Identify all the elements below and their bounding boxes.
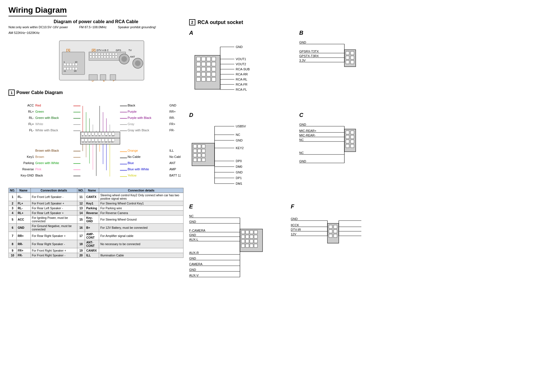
svg-rect-24 <box>93 53 95 55</box>
svg-text:F-CAMERA: F-CAMERA <box>189 229 206 232</box>
svg-rect-186 <box>196 72 200 76</box>
svg-rect-105 <box>98 139 101 141</box>
table-detail-right: For Parking wire <box>99 206 183 211</box>
svg-rect-323 <box>334 230 337 233</box>
svg-rect-86 <box>105 132 108 135</box>
table-name-right: ILL <box>85 253 99 258</box>
svg-rect-260 <box>346 131 349 134</box>
svg-text:Gray with Black: Gray with Black <box>128 129 149 132</box>
svg-text:GPSRX-T3TX: GPSRX-T3TX <box>299 50 319 53</box>
svg-rect-292 <box>250 239 253 243</box>
note-fm: FM 87.5~108.0MHz <box>79 25 107 29</box>
svg-text:GND: GND <box>299 41 306 44</box>
svg-rect-212 <box>346 51 349 55</box>
svg-rect-35 <box>95 56 97 58</box>
svg-rect-42 <box>115 56 117 58</box>
right-panel: 2 RCA output socket A <box>189 19 361 292</box>
svg-rect-239 <box>202 158 205 162</box>
svg-text:Brown: Brown <box>35 155 44 158</box>
svg-rect-13 <box>67 67 69 70</box>
svg-rect-266 <box>346 144 349 148</box>
svg-rect-286 <box>241 235 245 238</box>
connector-f-label: F <box>291 203 361 210</box>
svg-rect-296 <box>250 244 253 247</box>
svg-rect-293 <box>254 239 257 243</box>
svg-rect-231 <box>193 149 197 153</box>
table-no-left: 6 <box>9 224 17 232</box>
svg-text:ACC: ACC <box>27 104 34 107</box>
col-name-2: Name <box>85 188 99 193</box>
svg-text:NC: NC <box>299 138 304 141</box>
connector-d-svg: USB5V NC GND KEY2 DP0 DM0 GND <box>189 121 279 194</box>
table-name-left: RL+ <box>16 211 30 215</box>
svg-text:Key-GND: Key-GND <box>21 174 34 177</box>
svg-rect-287 <box>246 235 249 238</box>
page-title: Wiring Diagram <box>8 6 67 16</box>
svg-rect-288 <box>250 235 253 238</box>
svg-text:RCA-RL: RCA-RL <box>236 78 247 81</box>
table-name-right: CANRX <box>85 248 99 253</box>
svg-rect-217 <box>351 60 354 64</box>
svg-rect-109 <box>112 139 115 141</box>
connector-e-label: E <box>189 203 279 210</box>
svg-rect-33 <box>90 56 92 58</box>
table-no-right: 11 <box>77 193 85 201</box>
svg-rect-187 <box>202 72 206 76</box>
connector-b-label: B <box>299 30 361 36</box>
svg-rect-214 <box>346 56 349 59</box>
table-no-right: 19 <box>77 248 85 253</box>
table-name-left: GND <box>16 224 30 232</box>
svg-rect-289 <box>254 235 257 238</box>
svg-rect-185 <box>212 67 216 71</box>
svg-text:DTV-IR: DTV-IR <box>291 228 301 231</box>
svg-text:GND: GND <box>299 160 306 163</box>
svg-rect-261 <box>351 131 354 134</box>
svg-text:VOUT2: VOUT2 <box>236 62 246 66</box>
svg-rect-175 <box>202 57 206 61</box>
col-name-1: Name <box>16 188 30 193</box>
svg-rect-14 <box>69 67 72 70</box>
svg-text:Yellow: Yellow <box>128 174 136 177</box>
device-diagram: [1] 110 1120 [2] DTV A B C GPS TV <box>42 35 150 86</box>
svg-rect-180 <box>207 62 211 66</box>
svg-rect-16 <box>75 67 77 70</box>
table-name-right: Parking <box>85 206 99 211</box>
table-name-left: FL- <box>16 193 30 201</box>
svg-text:ILL: ILL <box>169 149 174 152</box>
svg-rect-191 <box>202 77 206 81</box>
svg-rect-108 <box>108 139 111 141</box>
svg-text:GND: GND <box>169 104 176 107</box>
table-no-right: 18 <box>77 240 85 248</box>
svg-rect-321 <box>334 225 337 228</box>
svg-text:TV: TV <box>128 49 132 52</box>
svg-rect-52 <box>110 75 116 80</box>
svg-text:RR+: RR+ <box>169 110 176 113</box>
svg-rect-51 <box>100 75 106 80</box>
connector-d: D <box>189 112 288 195</box>
rca-title: 2 RCA output socket <box>189 19 361 25</box>
svg-rect-107 <box>105 139 108 141</box>
table-detail-left: For Ground Negative, must be connected <box>30 224 77 232</box>
svg-text:3.3V: 3.3V <box>299 59 306 62</box>
bracket-2: 2 <box>189 19 195 25</box>
svg-text:Green: Green <box>35 110 44 113</box>
svg-text:Purple with Black: Purple with Black <box>128 116 152 119</box>
svg-text:Blue with White: Blue with White <box>128 167 149 171</box>
svg-rect-215 <box>351 56 354 59</box>
svg-rect-82 <box>91 132 94 135</box>
svg-rect-25 <box>95 53 97 55</box>
svg-text:No Cable: No Cable <box>169 155 181 158</box>
svg-text:MIC-REAR+: MIC-REAR+ <box>299 129 316 132</box>
svg-text:Purple: Purple <box>128 110 137 113</box>
table-no-right: 20 <box>77 253 85 258</box>
svg-rect-85 <box>102 132 104 135</box>
svg-rect-236 <box>202 154 205 157</box>
table-detail-right: For Reverse Camera <box>99 211 183 215</box>
connector-c-svg: GND MIC-REAR+ MIC-REAR- NC NC GND <box>299 121 361 177</box>
svg-rect-179 <box>202 62 206 66</box>
svg-rect-10 <box>72 63 75 66</box>
table-name-right: Key1 <box>85 201 99 206</box>
svg-text:Gray: Gray <box>128 122 134 126</box>
svg-text:Key1: Key1 <box>27 155 34 158</box>
svg-rect-184 <box>207 67 211 71</box>
